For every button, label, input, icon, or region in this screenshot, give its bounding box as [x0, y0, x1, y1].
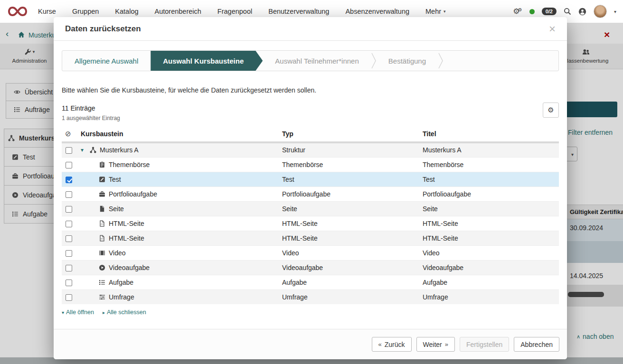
row-checkbox[interactable] — [66, 294, 72, 301]
kursbaustein-cell: Video — [79, 245, 280, 260]
kursbaustein-cell: HTML-Seite — [79, 216, 280, 231]
kursbaustein-cell: Themenbörse — [79, 157, 280, 172]
column-header-titel[interactable]: Titel — [421, 127, 559, 142]
row-checkbox[interactable] — [66, 191, 72, 198]
dialog-footer: «Zurück Weiter» Fertigstellen Abbrechen — [54, 329, 567, 359]
nav-item-fragenpool[interactable]: Fragenpool — [217, 8, 252, 15]
checkbox-cell — [62, 275, 79, 289]
presence-dot-icon — [529, 9, 535, 14]
course-element-row[interactable]: ThemenbörseThemenbörseThemenbörse — [62, 157, 559, 172]
wizard-steps: Allgemeine Auswahl Auswahl Kursbausteine… — [62, 50, 559, 71]
checkbox-cell — [62, 201, 79, 216]
openolat-logo-icon[interactable] — [7, 5, 28, 18]
user-profile-icon[interactable] — [578, 8, 586, 16]
entries-count: 11 Einträge — [62, 104, 559, 112]
row-checkbox[interactable] — [66, 162, 72, 168]
nav-item-autorenbereich[interactable]: Autorenbereich — [155, 8, 201, 15]
checkbox-cell — [62, 245, 79, 260]
course-element-row[interactable]: SeiteSeiteSeite — [62, 201, 559, 216]
tree-links: ▾Alle öffnen ▸Alle schliessen — [62, 309, 559, 316]
selected-count: 1 ausgewählter Eintrag — [62, 115, 559, 121]
cancel-button[interactable]: Abbrechen — [514, 337, 559, 352]
course-element-row[interactable]: VideoVideoVideo — [62, 245, 559, 260]
typ-cell: Seite — [280, 201, 421, 216]
row-checkbox[interactable] — [66, 206, 72, 213]
course-element-row[interactable]: TestTestTest — [62, 172, 559, 187]
counter-badge[interactable]: 0/2 — [542, 8, 557, 15]
nav-item-benutzerverwaltung[interactable]: Benutzerverwaltung — [268, 8, 329, 15]
page-icon — [99, 205, 105, 212]
course-element-row[interactable]: HTML-SeiteHTML-SeiteHTML-Seite — [62, 231, 559, 245]
kursbaustein-cell: Seite — [79, 201, 280, 216]
videotask-icon — [99, 264, 105, 271]
element-name: Themenbörse — [109, 161, 150, 168]
row-checkbox[interactable] — [66, 280, 72, 286]
screen: ‹ Musterkurs × ▾ Administration Klassenb… — [0, 0, 623, 364]
nav-item-label: Gruppen — [72, 8, 99, 15]
checkbox-cell — [62, 289, 79, 304]
course-element-row[interactable]: PortfolioaufgabePortfolioaufgabePortfoli… — [62, 187, 559, 201]
user-avatar[interactable] — [594, 5, 607, 18]
column-header-typ[interactable]: Typ — [280, 127, 421, 142]
htmlpage-icon — [99, 220, 105, 227]
table-settings-button[interactable]: ⚙ — [543, 103, 559, 118]
row-checkbox[interactable] — [66, 177, 72, 183]
wizard-step-allgemeine-auswahl[interactable]: Allgemeine Auswahl — [62, 51, 151, 71]
nav-item-absenzenverwaltung[interactable]: Absenzenverwaltung — [345, 8, 409, 15]
checkbox-cell — [62, 172, 79, 187]
nav-item-katalog[interactable]: Katalog — [115, 8, 138, 15]
checkbox-cell — [62, 187, 79, 201]
main-menu: KurseGruppenKatalogAutorenbereichFragenp… — [38, 8, 446, 15]
nav-item-gruppen[interactable]: Gruppen — [72, 8, 99, 15]
collapse-caret-icon[interactable]: ▾ — [81, 147, 86, 153]
step-separator-icon — [371, 53, 376, 69]
course-elements-table: ⊘ Kursbaustein Typ Titel ▾Musterkurs ASt… — [62, 127, 559, 304]
element-name: Video — [109, 249, 126, 257]
typ-cell: Video — [280, 245, 421, 260]
collapse-all-link[interactable]: ▸Alle schliessen — [103, 309, 146, 316]
structure-icon — [90, 147, 96, 153]
typ-cell: Videoaufgabe — [280, 260, 421, 275]
search-icon[interactable] — [564, 8, 571, 15]
course-element-row[interactable]: VideoaufgabeVideoaufgabeVideoaufgabe — [62, 260, 559, 275]
wizard-step-auswahl-kursbausteine: Auswahl Kursbausteine — [151, 51, 263, 71]
typ-cell: HTML-Seite — [280, 231, 421, 245]
admin-gears-icon[interactable]: ⚙⚙ — [513, 8, 522, 15]
close-dialog-icon[interactable]: × — [549, 23, 556, 35]
deselect-all-icon[interactable]: ⊘ — [65, 130, 71, 138]
row-checkbox[interactable] — [66, 147, 72, 154]
column-header-kursbaustein[interactable]: Kursbaustein — [79, 127, 280, 142]
nav-item-label: Mehr — [425, 8, 441, 15]
row-checkbox[interactable] — [66, 221, 72, 227]
row-checkbox[interactable] — [66, 250, 72, 257]
checkbox-cell — [62, 216, 79, 231]
element-name: HTML-Seite — [109, 220, 144, 227]
element-name: Aufgabe — [109, 279, 133, 286]
typ-cell: HTML-Seite — [280, 216, 421, 231]
chevron-down-icon: ▾ — [444, 9, 446, 14]
htmlpage-icon — [99, 235, 105, 242]
kursbaustein-cell: Aufgabe — [79, 275, 280, 289]
wizard-step-bestaetigung: Bestätigung — [376, 51, 438, 71]
course-element-row[interactable]: HTML-SeiteHTML-SeiteHTML-Seite — [62, 216, 559, 231]
element-name: Musterkurs A — [100, 146, 139, 154]
row-checkbox[interactable] — [66, 265, 72, 271]
back-button[interactable]: «Zurück — [372, 337, 412, 352]
expand-all-link[interactable]: ▾Alle öffnen — [62, 309, 94, 316]
kursbaustein-cell: Test — [79, 172, 280, 187]
titel-cell: Umfrage — [421, 289, 559, 304]
element-name: Seite — [109, 205, 124, 213]
titel-cell: HTML-Seite — [421, 231, 559, 245]
nav-item-mehr[interactable]: Mehr▾ — [425, 8, 446, 15]
row-checkbox[interactable] — [66, 235, 72, 242]
finish-button[interactable]: Fertigstellen — [460, 337, 509, 352]
course-element-row[interactable]: AufgabeAufgabeAufgabe — [62, 275, 559, 289]
next-button[interactable]: Weiter» — [416, 337, 455, 352]
chevron-down-icon[interactable]: ▾ — [614, 9, 616, 14]
course-element-row[interactable]: UmfrageUmfrageUmfrage — [62, 289, 559, 304]
typ-cell: Umfrage — [280, 289, 421, 304]
course-element-row[interactable]: ▾Musterkurs AStrukturMusterkurs A — [62, 142, 559, 157]
nav-item-kurse[interactable]: Kurse — [38, 8, 56, 15]
element-name: Videoaufgabe — [109, 264, 150, 271]
nav-item-label: Kurse — [38, 8, 56, 15]
